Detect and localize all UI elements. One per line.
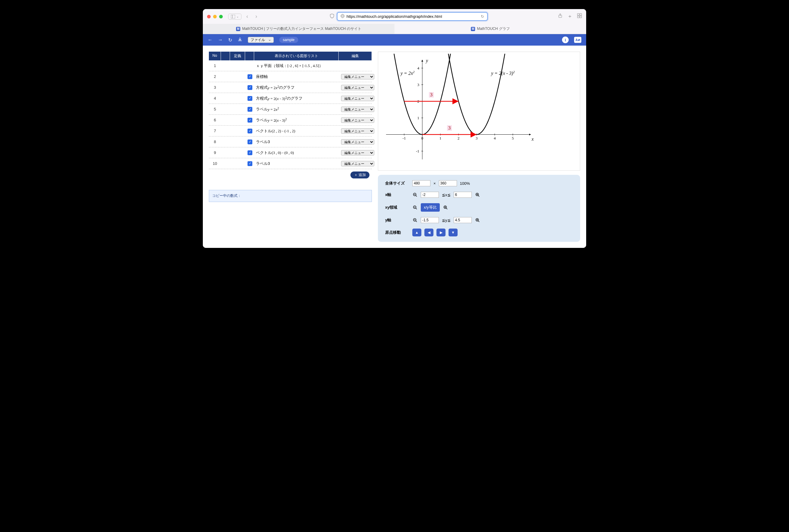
origin-left-button[interactable]: ◀ xyxy=(424,229,434,236)
tab-overview-icon[interactable] xyxy=(577,13,582,20)
row-no: 8 xyxy=(209,138,221,146)
svg-line-50 xyxy=(478,196,479,197)
globe-icon xyxy=(341,14,345,19)
row-def xyxy=(230,108,245,111)
add-row-button[interactable]: ＋ 追加 xyxy=(350,171,369,178)
edit-menu-select[interactable]: 編集メニュー xyxy=(341,117,374,123)
row-no: 7 xyxy=(209,127,221,135)
edit-menu-select[interactable]: 編集メニュー xyxy=(341,85,374,90)
row-visible-checkbox[interactable]: ✓ xyxy=(245,105,254,114)
nav-forward-button[interactable]: › xyxy=(253,13,259,20)
row-def xyxy=(230,75,245,78)
row-visible-checkbox[interactable]: ✓ xyxy=(245,94,254,103)
size-label: 全体サイズ xyxy=(385,180,409,186)
row-visible-checkbox[interactable]: ✓ xyxy=(245,127,254,135)
y-zoom-in-icon[interactable] xyxy=(475,217,480,223)
maximize-window-button[interactable] xyxy=(219,15,223,18)
row-visible-checkbox[interactable]: ✓ xyxy=(245,116,254,125)
origin-down-button[interactable]: ▼ xyxy=(448,229,458,236)
edit-menu-select[interactable]: 編集メニュー xyxy=(341,139,374,145)
table-row: 4✓方程式y = 2(x - 3)2のグラフ編集メニュー xyxy=(209,93,372,104)
back-icon[interactable]: ← xyxy=(208,37,212,42)
x-zoom-in-icon[interactable] xyxy=(475,192,480,197)
row-def xyxy=(230,151,245,155)
width-input[interactable] xyxy=(412,180,430,186)
xmax-input[interactable] xyxy=(454,192,472,198)
browser-tab-1[interactable]: M MathTOUCH | フリーの数式入力インターフェース MathTOUCH… xyxy=(203,24,394,34)
ymax-input[interactable] xyxy=(454,217,472,223)
row-visible-checkbox[interactable]: ✓ xyxy=(245,148,254,157)
edit-menu-select[interactable]: 編集メニュー xyxy=(341,74,374,79)
browser-tabs: M MathTOUCH | フリーの数式入力インターフェース MathTOUCH… xyxy=(203,24,586,34)
xy-ratio-button[interactable]: x/y等比 xyxy=(421,203,440,212)
row-visible-checkbox[interactable] xyxy=(245,64,254,68)
info-button[interactable]: i xyxy=(562,37,569,43)
row-toggle xyxy=(221,151,230,155)
privacy-shield-icon[interactable] xyxy=(330,14,334,19)
minimize-window-button[interactable] xyxy=(213,15,217,18)
row-visible-checkbox[interactable]: ✓ xyxy=(245,159,254,168)
origin-up-button[interactable]: ▲ xyxy=(412,229,421,236)
table-row: 8✓ラベル3編集メニュー xyxy=(209,136,372,147)
svg-text:2: 2 xyxy=(458,136,460,140)
refresh-icon[interactable]: ↻ xyxy=(228,37,232,43)
ymin-input[interactable] xyxy=(421,217,439,223)
xmin-input[interactable] xyxy=(421,192,439,198)
forward-icon[interactable]: → xyxy=(218,37,223,42)
row-visible-checkbox[interactable]: ✓ xyxy=(245,72,254,81)
table-row: 6✓ラベルy = 2(x - 3)2編集メニュー xyxy=(209,115,372,126)
xy-zoom-out-icon[interactable] xyxy=(412,205,418,210)
row-description: ベクトル(2 , 2) - (-1 , 2) xyxy=(254,127,339,136)
svg-line-47 xyxy=(416,196,417,197)
copy-formula-area: コピー中の数式： xyxy=(209,190,372,202)
nav-back-button[interactable]: ‹ xyxy=(244,13,251,20)
y-zoom-out-icon[interactable] xyxy=(412,217,418,223)
edit-menu-select[interactable]: 編集メニュー xyxy=(341,107,374,112)
reload-icon[interactable]: ↻ xyxy=(481,14,484,19)
close-window-button[interactable] xyxy=(207,15,211,18)
col-def: 定義 xyxy=(230,52,245,60)
row-description: ｘｙ平面（領域：[-2 , 6] × [-1.5 , 4.5]） xyxy=(254,61,339,70)
url-input[interactable] xyxy=(347,14,479,19)
favicon-icon: M xyxy=(236,27,240,31)
x-zoom-out-icon[interactable] xyxy=(412,192,418,197)
table-row: 2✓座標軸編集メニュー xyxy=(209,71,372,82)
new-tab-icon[interactable]: ＋ xyxy=(567,13,572,20)
download-icon[interactable] xyxy=(237,37,243,43)
row-visible-checkbox[interactable]: ✓ xyxy=(245,137,254,146)
yaxis-label: y軸 xyxy=(385,217,409,223)
svg-rect-0 xyxy=(231,15,235,18)
origin-right-button[interactable]: ▶ xyxy=(437,229,445,236)
sidebar-toggle[interactable]: ⌄ xyxy=(228,14,242,20)
edit-menu-select[interactable]: 編集メニュー xyxy=(341,161,374,166)
xy-zoom-in-icon[interactable] xyxy=(443,205,448,210)
edit-menu-select[interactable]: 編集メニュー xyxy=(341,96,374,101)
col-check2 xyxy=(245,52,254,60)
file-select[interactable]: ファイル xyxy=(248,37,274,43)
row-toggle xyxy=(221,97,230,100)
language-button[interactable]: A⇄ xyxy=(574,37,581,43)
col-edit: 編集 xyxy=(339,52,372,60)
edit-menu-select[interactable]: 編集メニュー xyxy=(341,150,374,155)
shape-list-table: No 定義 表示されている図形リスト 編集 1ｘｙ平面（領域：[-2 , 6] … xyxy=(209,52,372,181)
svg-text:y = 2x2: y = 2x2 xyxy=(400,70,415,76)
graph-canvas: -1012345-11234xyy = 2x2y = 2(x - 3)233 xyxy=(378,52,580,171)
row-toggle xyxy=(221,129,230,133)
check-icon: ✓ xyxy=(248,107,252,112)
check-icon: ✓ xyxy=(248,139,252,144)
table-row: 3✓方程式y = 2x2のグラフ編集メニュー xyxy=(209,82,372,93)
share-icon[interactable] xyxy=(558,13,563,20)
check-icon: ✓ xyxy=(248,150,252,155)
browser-tab-2[interactable]: M MathTOUCH グラフ xyxy=(394,24,586,34)
svg-rect-6 xyxy=(577,14,579,15)
height-input[interactable] xyxy=(439,180,457,186)
xyarea-label: xy領域 xyxy=(385,205,409,210)
svg-text:5: 5 xyxy=(512,136,514,140)
row-description: ラベル3 xyxy=(254,137,339,147)
y-range-label: ≦y≦ xyxy=(442,218,451,223)
address-bar[interactable]: ↻ xyxy=(337,12,488,21)
edit-menu-select[interactable]: 編集メニュー xyxy=(341,128,374,134)
row-visible-checkbox[interactable]: ✓ xyxy=(245,83,254,92)
app-toolbar: ← → ↻ ファイル sample i A⇄ xyxy=(203,34,586,45)
graph-controls: 全体サイズ × 100% x軸 ≦x≦ xy領域 x/ xyxy=(378,175,580,242)
